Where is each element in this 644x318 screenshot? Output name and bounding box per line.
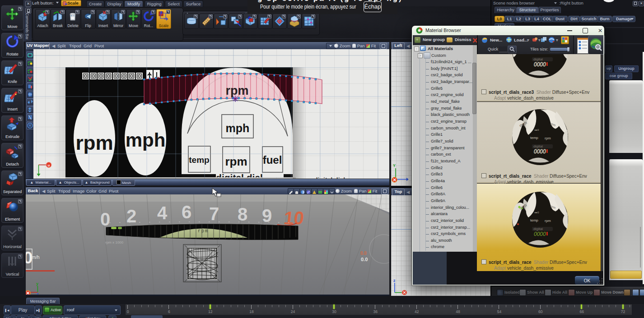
svg-text:0000: 0000 [534,148,546,155]
svg-text:6: 6 [182,202,191,222]
svg-text:digital: digital [533,57,543,61]
svg-text:0.0: 0.0 [361,257,368,262]
svg-text:R: R [29,124,31,127]
svg-text:mph: mph [226,122,250,134]
svg-text:0: 0 [26,249,33,267]
svg-text:rpm: rpm [545,136,551,140]
svg-text:rpm: rpm [225,155,247,168]
svg-text:mph: mph [126,129,166,151]
svg-text:9: 9 [262,206,272,226]
svg-text:0000: 0000 [534,231,546,237]
svg-text:0.0: 0.0 [360,251,367,256]
svg-text:▸▸0: ▸▸0 [535,211,539,214]
svg-text:0: 0 [100,209,110,229]
svg-text:2: 2 [126,206,136,226]
svg-text:▸▸0: ▸▸0 [535,129,539,131]
svg-text:temp: temp [530,218,538,222]
svg-text:rpm: rpm [545,219,551,223]
svg-text:fuel: fuel [263,154,282,166]
svg-text:y: y [36,281,38,286]
svg-text:Y: Y [393,163,396,168]
svg-text:10: 10 [283,208,305,228]
svg-text:digital: digital [533,144,543,148]
svg-text:4: 4 [157,203,168,223]
svg-text:temp: temp [189,155,209,165]
svg-text:7: 7 [209,204,219,224]
svg-text:rpm: rpm [75,132,113,154]
svg-text:z: z [393,278,396,283]
svg-text:8: 8 [238,204,247,224]
svg-text:0000: 0000 [534,61,546,68]
svg-text:rpm: rpm [198,229,209,234]
svg-text:rpm x 1000: rpm x 1000 [105,240,124,244]
svg-text:m/h: m/h [32,255,40,260]
svg-text:rpm: rpm [225,84,248,97]
svg-text:temp: temp [530,136,538,140]
svg-text:u: u [48,163,50,167]
svg-text:digital: digital [533,227,543,231]
